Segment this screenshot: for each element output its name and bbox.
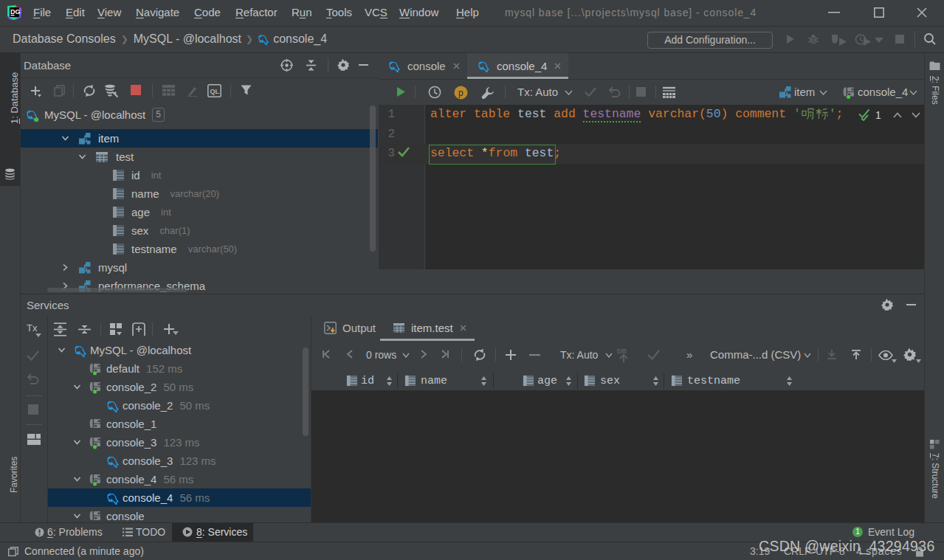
svg-text:DB: DB [617, 348, 627, 355]
svg-text:QL: QL [210, 88, 219, 95]
svg-text:p: p [458, 88, 464, 98]
